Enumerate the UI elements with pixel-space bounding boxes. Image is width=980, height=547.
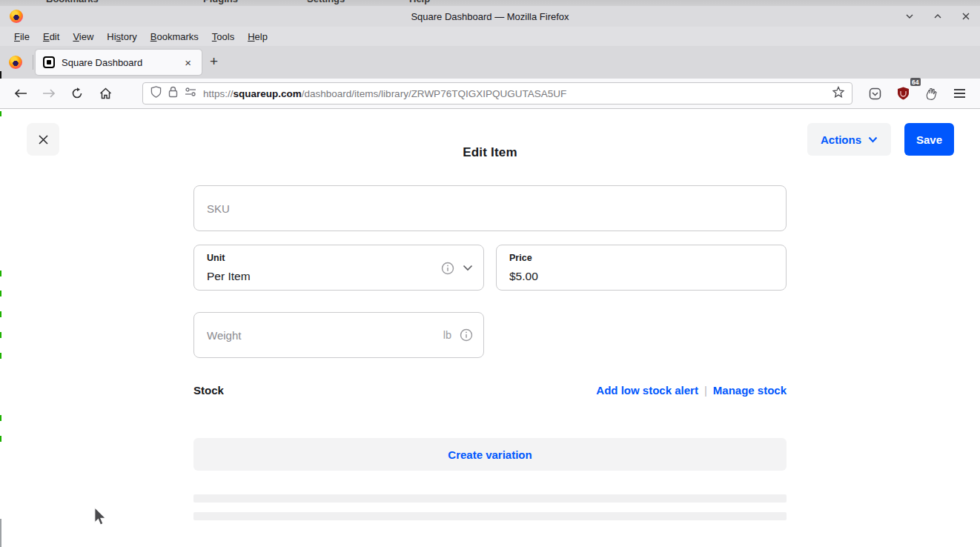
url-bar[interactable]: https://squareup.com/dashboard/items/lib… bbox=[142, 82, 852, 105]
sku-input[interactable] bbox=[207, 202, 773, 215]
screen: Bookmarks Plugins Settings Help Square D… bbox=[0, 0, 980, 547]
maximize-icon[interactable] bbox=[933, 11, 943, 21]
tab-square-dashboard[interactable]: Square Dashboard × bbox=[36, 50, 202, 75]
unit-value: Per Item bbox=[207, 270, 441, 283]
screen-edge-artifact bbox=[0, 415, 1, 421]
create-variation-label: Create variation bbox=[448, 448, 532, 461]
tab-strip-divider bbox=[33, 55, 33, 70]
screen-edge-artifact bbox=[0, 332, 1, 338]
stock-links-divider: | bbox=[704, 384, 707, 397]
price-label: Price bbox=[509, 253, 775, 263]
mouse-cursor bbox=[93, 507, 109, 526]
window-title: Square Dashboard — Mozilla Firefox bbox=[0, 11, 980, 22]
ublock-badge: 64 bbox=[910, 78, 921, 86]
reload-icon[interactable] bbox=[65, 82, 89, 105]
price-field[interactable]: Price bbox=[496, 245, 787, 291]
home-icon[interactable] bbox=[93, 82, 117, 105]
menu-file[interactable]: File bbox=[7, 29, 36, 44]
menu-bar: File Edit View History Bookmarks Tools H… bbox=[0, 27, 980, 46]
ublock-icon[interactable]: 64 bbox=[891, 82, 915, 105]
save-button-label: Save bbox=[916, 133, 942, 146]
url-scheme: https:// bbox=[203, 88, 234, 99]
menu-tools[interactable]: Tools bbox=[205, 29, 241, 44]
chevron-down-icon bbox=[868, 136, 878, 143]
tab-strip: Square Dashboard × + bbox=[0, 46, 980, 79]
navigation-toolbar: https://squareup.com/dashboard/items/lib… bbox=[0, 79, 980, 109]
stock-label: Stock bbox=[193, 384, 596, 397]
background-window-strip: Bookmarks Plugins Settings Help bbox=[0, 0, 980, 6]
square-favicon-icon bbox=[43, 56, 55, 68]
skeleton-bar bbox=[193, 512, 787, 520]
lock-icon[interactable] bbox=[168, 86, 178, 101]
create-variation-button[interactable]: Create variation bbox=[193, 438, 787, 471]
price-input[interactable] bbox=[509, 270, 775, 283]
menu-bookmarks[interactable]: Bookmarks bbox=[144, 29, 205, 44]
shield-icon[interactable] bbox=[150, 86, 162, 101]
weight-input[interactable] bbox=[207, 329, 439, 342]
tab-title: Square Dashboard bbox=[62, 57, 182, 68]
menu-history[interactable]: History bbox=[100, 29, 143, 44]
weight-unit-suffix: lb bbox=[443, 329, 451, 341]
hamburger-menu-icon[interactable] bbox=[947, 82, 971, 105]
permissions-icon[interactable] bbox=[185, 87, 196, 100]
screen-edge-artifact bbox=[0, 436, 1, 442]
firefox-icon bbox=[9, 56, 22, 69]
url-path: /dashboard/items/library/ZRWP76TQIGXIPQU… bbox=[302, 88, 566, 99]
firefox-window: Square Dashboard — Mozilla Firefox File … bbox=[0, 6, 980, 547]
info-icon[interactable] bbox=[460, 328, 473, 342]
unit-label: Unit bbox=[207, 253, 441, 263]
window-titlebar[interactable]: Square Dashboard — Mozilla Firefox bbox=[0, 6, 980, 27]
firefox-icon bbox=[10, 10, 23, 23]
back-icon[interactable] bbox=[9, 82, 33, 105]
sku-field[interactable] bbox=[193, 185, 787, 231]
unit-field[interactable]: Unit Per Item bbox=[193, 245, 484, 291]
save-button[interactable]: Save bbox=[904, 123, 954, 156]
chevron-down-icon[interactable] bbox=[463, 265, 473, 271]
screen-edge-artifact bbox=[0, 71, 1, 79]
screen-edge-artifact bbox=[0, 311, 1, 317]
manage-stock-link[interactable]: Manage stock bbox=[713, 384, 787, 397]
menu-view[interactable]: View bbox=[66, 29, 100, 44]
background-menu-label: Plugins bbox=[203, 0, 238, 4]
background-menu-label: Help bbox=[409, 0, 430, 4]
url-text[interactable]: https://squareup.com/dashboard/items/lib… bbox=[203, 88, 826, 99]
background-menu-label: Bookmarks bbox=[46, 0, 99, 4]
stock-row: Stock Add low stock alert | Manage stock bbox=[193, 384, 787, 397]
edit-item-page: Edit Item Actions Save Unit Per Item bbox=[0, 109, 980, 546]
pocket-icon[interactable] bbox=[863, 82, 887, 105]
actions-button[interactable]: Actions bbox=[807, 123, 891, 156]
add-low-stock-alert-link[interactable]: Add low stock alert bbox=[596, 384, 698, 397]
close-window-icon[interactable] bbox=[961, 11, 971, 21]
background-menu-label: Settings bbox=[307, 0, 345, 4]
menu-help[interactable]: Help bbox=[241, 29, 274, 44]
screen-edge-artifact bbox=[0, 519, 1, 547]
screen-edge-artifact bbox=[0, 353, 1, 359]
screen-edge-artifact bbox=[0, 291, 1, 296]
forward-icon[interactable] bbox=[37, 82, 61, 105]
extension-icon[interactable] bbox=[919, 82, 943, 105]
screen-edge-artifact bbox=[0, 271, 1, 276]
new-tab-button[interactable]: + bbox=[210, 54, 218, 69]
info-icon[interactable] bbox=[441, 262, 454, 275]
actions-button-label: Actions bbox=[821, 133, 861, 146]
screen-edge-artifact bbox=[0, 111, 1, 116]
bookmark-star-icon[interactable] bbox=[832, 86, 844, 101]
menu-edit[interactable]: Edit bbox=[36, 29, 66, 44]
skeleton-bar bbox=[193, 494, 787, 503]
minimize-icon[interactable] bbox=[904, 11, 915, 21]
url-domain: squareup.com bbox=[234, 88, 302, 99]
tab-close-icon[interactable]: × bbox=[182, 56, 194, 70]
weight-field[interactable]: lb bbox=[193, 312, 484, 358]
